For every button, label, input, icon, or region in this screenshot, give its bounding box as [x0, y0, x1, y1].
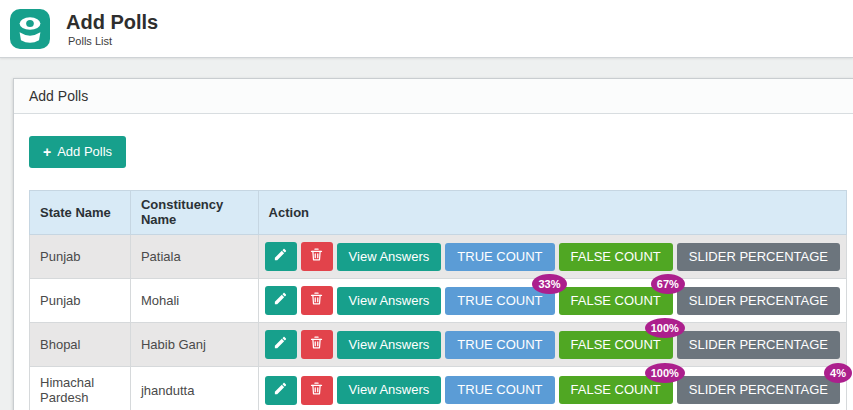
percentage-badge: 67%: [651, 274, 685, 294]
slider-percentage-button[interactable]: SLIDER PERCENTAGE: [677, 243, 840, 271]
action-cell: View Answers TRUE COUNT FALSE COUNT 100%…: [258, 367, 846, 410]
view-answers-button[interactable]: View Answers: [337, 376, 442, 404]
percentage-badge: 100%: [645, 363, 685, 383]
state-name-cell: Punjab: [30, 279, 131, 323]
edit-button[interactable]: [265, 286, 297, 315]
action-cell: View Answers TRUE COUNT FALSE COUNT SLID…: [258, 235, 846, 279]
edit-button[interactable]: [265, 330, 297, 359]
constituency-name-cell: Patiala: [130, 235, 258, 279]
polls-table: State Name Constituency Name Action Punj…: [29, 190, 847, 410]
table-row: Himachal Pardesh jhandutta: [30, 367, 847, 410]
add-polls-panel: Add Polls + Add Polls State Name Constit…: [13, 78, 853, 410]
delete-button[interactable]: [301, 242, 333, 271]
slider-percentage-button[interactable]: SLIDER PERCENTAGE: [677, 287, 840, 315]
constituency-name-cell: Mohali: [130, 279, 258, 323]
true-count-button[interactable]: TRUE COUNT: [445, 243, 554, 271]
pencil-icon: [273, 381, 288, 400]
column-header-state: State Name: [30, 191, 131, 235]
edit-button[interactable]: [265, 242, 297, 271]
percentage-badge: 33%: [532, 274, 566, 294]
delete-button[interactable]: [301, 286, 333, 315]
table-row: Punjab Patiala: [30, 235, 847, 279]
true-count-button[interactable]: TRUE COUNT: [445, 331, 554, 359]
state-name-cell: Punjab: [30, 235, 131, 279]
constituency-name-cell: Habib Ganj: [130, 323, 258, 367]
plus-icon: +: [43, 144, 51, 160]
panel-title: Add Polls: [14, 79, 853, 114]
column-header-constituency: Constituency Name: [130, 191, 258, 235]
trash-icon: [309, 381, 324, 400]
constituency-name-cell: jhandutta: [130, 367, 258, 410]
panel-body: + Add Polls State Name Constituency Name…: [14, 114, 853, 410]
percentage-badge: 4%: [824, 363, 852, 383]
pencil-icon: [273, 335, 288, 354]
state-name-cell: Bhopal: [30, 323, 131, 367]
table-row: Punjab Mohali: [30, 279, 847, 323]
action-cell: View Answers TRUE COUNT FALSE COUNT 100%…: [258, 323, 846, 367]
table-header-row: State Name Constituency Name Action: [30, 191, 847, 235]
delete-button[interactable]: [301, 330, 333, 359]
percentage-badge: 100%: [645, 318, 685, 338]
add-polls-button-label: Add Polls: [57, 144, 112, 160]
page-title: Add Polls: [66, 11, 158, 33]
page-subtitle: Polls List: [68, 35, 158, 47]
add-polls-button[interactable]: + Add Polls: [29, 136, 126, 168]
table-row: Bhopal Habib Ganj: [30, 323, 847, 367]
state-name-cell: Himachal Pardesh: [30, 367, 131, 410]
view-answers-button[interactable]: View Answers: [337, 331, 442, 359]
title-block: Add Polls Polls List: [66, 11, 158, 47]
view-answers-button[interactable]: View Answers: [337, 287, 442, 315]
trash-icon: [309, 291, 324, 310]
edit-button[interactable]: [265, 376, 297, 405]
false-count-button[interactable]: FALSE COUNT: [559, 243, 673, 271]
slider-percentage-button[interactable]: SLIDER PERCENTAGE: [677, 331, 840, 359]
pencil-icon: [273, 247, 288, 266]
poll-bucket-icon: [10, 9, 50, 49]
pencil-icon: [273, 291, 288, 310]
action-cell: View Answers TRUE COUNT 33% FALSE COUNT …: [258, 279, 846, 323]
true-count-button[interactable]: TRUE COUNT: [445, 376, 554, 404]
trash-icon: [309, 335, 324, 354]
view-answers-button[interactable]: View Answers: [337, 243, 442, 271]
column-header-action: Action: [258, 191, 846, 235]
slider-percentage-button[interactable]: SLIDER PERCENTAGE: [677, 376, 840, 404]
delete-button[interactable]: [301, 376, 333, 405]
trash-icon: [309, 247, 324, 266]
top-header-bar: Add Polls Polls List: [0, 0, 853, 58]
